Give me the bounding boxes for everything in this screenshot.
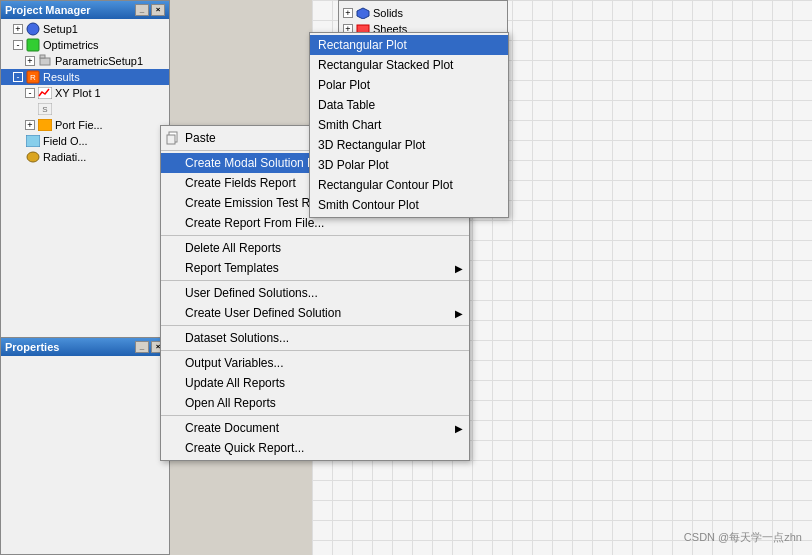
submenu-smith-chart[interactable]: Smith Chart (310, 115, 508, 135)
tree-item-xyplot[interactable]: - XY Plot 1 (1, 85, 169, 101)
xy-child-icon: S (37, 102, 53, 116)
user-defined-label: User Defined Solutions... (185, 286, 318, 300)
expand-results[interactable]: - (13, 72, 23, 82)
polar-plot-label: Polar Plot (318, 78, 370, 92)
parametric-icon (37, 54, 53, 68)
create-from-file-label: Create Report From File... (185, 216, 324, 230)
svg-rect-9 (38, 119, 52, 131)
svg-rect-2 (40, 58, 50, 65)
radiation-icon (25, 150, 41, 164)
submenu-polar-plot[interactable]: Polar Plot (310, 75, 508, 95)
open-all-label: Open All Reports (185, 396, 276, 410)
tree-item-results[interactable]: - R Results (1, 69, 169, 85)
project-tree: + Setup1 - Optimetrics + ParametricSetup… (1, 19, 169, 167)
smith-contour-label: Smith Contour Plot (318, 198, 419, 212)
fieldoverlay-label: Field O... (43, 135, 88, 147)
expand-port[interactable]: + (25, 120, 35, 130)
properties-titlebar: Properties _ × (1, 338, 169, 356)
delete-all-label: Delete All Reports (185, 241, 281, 255)
update-all-label: Update All Reports (185, 376, 285, 390)
menu-create-quick[interactable]: Create Quick Report... (161, 438, 469, 458)
project-manager-titlebar: Project Manager _ × (1, 1, 169, 19)
submenu-rectangular-contour[interactable]: Rectangular Contour Plot (310, 175, 508, 195)
rectangular-plot-label: Rectangular Plot (318, 38, 407, 52)
menu-dataset[interactable]: Dataset Solutions... (161, 328, 469, 348)
setup1-label: Setup1 (43, 23, 78, 35)
results-icon: R (25, 70, 41, 84)
tree-item-optimetrics[interactable]: - Optimetrics (1, 37, 169, 53)
menu-update-all[interactable]: Update All Reports (161, 373, 469, 393)
svg-point-11 (27, 152, 39, 162)
report-templates-label: Report Templates (185, 261, 279, 275)
3d-rectangular-label: 3D Rectangular Plot (318, 138, 425, 152)
parametric-label: ParametricSetup1 (55, 55, 143, 67)
optimetrics-label: Optimetrics (43, 39, 99, 51)
separator-3 (161, 280, 469, 281)
svg-point-0 (27, 23, 39, 35)
paste-icon (165, 131, 181, 145)
solids-icon (355, 6, 371, 20)
tree-item-radiation[interactable]: Radiati... (1, 149, 169, 165)
expand-xy[interactable]: - (25, 88, 35, 98)
submenu-arrow-user-defined: ▶ (455, 308, 463, 319)
tree-item-parametric[interactable]: + ParametricSetup1 (1, 53, 169, 69)
expand-setup1[interactable]: + (13, 24, 23, 34)
expand-solids[interactable]: + (343, 8, 353, 18)
svg-rect-1 (27, 39, 39, 51)
port-icon (37, 118, 53, 132)
data-table-label: Data Table (318, 98, 375, 112)
separator-4 (161, 325, 469, 326)
dataset-label: Dataset Solutions... (185, 331, 289, 345)
tree-item-fieldoverlay[interactable]: Field O... (1, 133, 169, 149)
create-document-label: Create Document (185, 421, 279, 435)
smith-chart-label: Smith Chart (318, 118, 381, 132)
tree-item-setup1[interactable]: + Setup1 (1, 21, 169, 37)
submenu-rectangular-stacked[interactable]: Rectangular Stacked Plot (310, 55, 508, 75)
menu-report-templates[interactable]: Report Templates ▶ (161, 258, 469, 278)
watermark: CSDN @每天学一点zhn (684, 530, 802, 545)
menu-delete-all[interactable]: Delete All Reports (161, 238, 469, 258)
submenu-data-table[interactable]: Data Table (310, 95, 508, 115)
menu-open-all[interactable]: Open All Reports (161, 393, 469, 413)
submenu-smith-contour[interactable]: Smith Contour Plot (310, 195, 508, 215)
tree-item-solids[interactable]: + Solids (343, 5, 503, 21)
setup-icon (25, 22, 41, 36)
expand-optimetrics[interactable]: - (13, 40, 23, 50)
rectangular-stacked-label: Rectangular Stacked Plot (318, 58, 453, 72)
submenu-arrow-templates: ▶ (455, 263, 463, 274)
menu-user-defined[interactable]: User Defined Solutions... (161, 283, 469, 303)
properties-minimize-button[interactable]: _ (135, 341, 149, 353)
output-vars-label: Output Variables... (185, 356, 284, 370)
3d-polar-label: 3D Polar Plot (318, 158, 389, 172)
menu-create-user-defined[interactable]: Create User Defined Solution ▶ (161, 303, 469, 323)
svg-text:S: S (42, 105, 47, 114)
optimetrics-icon (25, 38, 41, 52)
submenu-3d-rectangular[interactable]: 3D Rectangular Plot (310, 135, 508, 155)
radiation-label: Radiati... (43, 151, 86, 163)
xyplot-icon (37, 86, 53, 100)
menu-output-vars[interactable]: Output Variables... (161, 353, 469, 373)
tree-item-portfield[interactable]: + Port Fie... (1, 117, 169, 133)
properties-title: Properties (5, 341, 59, 353)
svg-marker-12 (357, 8, 369, 19)
solids-label: Solids (373, 7, 403, 19)
submenu-rectangular-plot[interactable]: Rectangular Plot (310, 35, 508, 55)
create-quick-label: Create Quick Report... (185, 441, 304, 455)
menu-create-document[interactable]: Create Document ▶ (161, 418, 469, 438)
separator-6 (161, 415, 469, 416)
close-button[interactable]: × (151, 4, 165, 16)
submenu-3d-polar[interactable]: 3D Polar Plot (310, 155, 508, 175)
paste-label: Paste (185, 131, 216, 145)
separator-5 (161, 350, 469, 351)
svg-rect-19 (167, 135, 175, 144)
results-label: Results (43, 71, 80, 83)
minimize-button[interactable]: _ (135, 4, 149, 16)
xyplot-label: XY Plot 1 (55, 87, 101, 99)
create-fields-label: Create Fields Report (185, 176, 296, 190)
tree-item-xy-child[interactable]: S (1, 101, 169, 117)
separator-2 (161, 235, 469, 236)
expand-parametric[interactable]: + (25, 56, 35, 66)
portfield-label: Port Fie... (55, 119, 103, 131)
properties-panel: Properties _ × (0, 337, 170, 555)
svg-rect-10 (26, 135, 40, 147)
